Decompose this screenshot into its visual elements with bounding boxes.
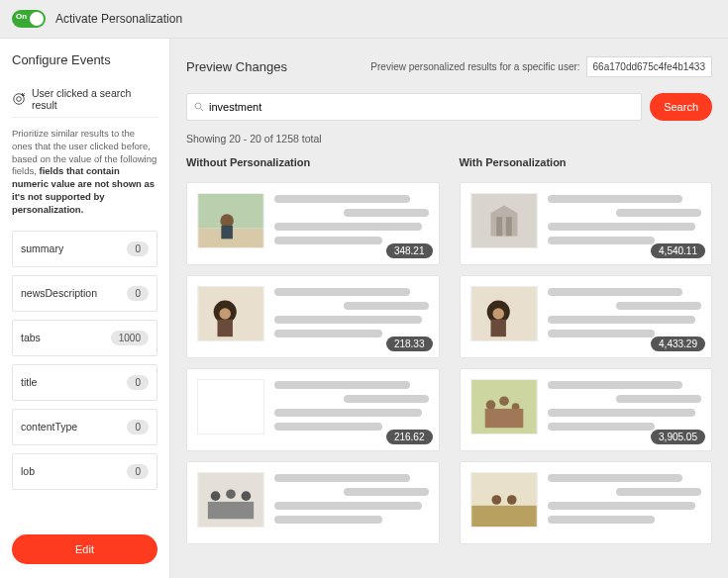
svg-rect-31 bbox=[471, 473, 537, 506]
result-card[interactable] bbox=[460, 461, 713, 544]
sidebar: Configure Events User clicked a search r… bbox=[0, 39, 170, 578]
result-card[interactable]: 4,540.11 bbox=[460, 182, 713, 265]
search-input-wrap[interactable] bbox=[186, 93, 642, 121]
sidebar-description: Prioritize similar results to the ones t… bbox=[12, 128, 157, 217]
score-badge: 3,905.05 bbox=[651, 430, 705, 444]
result-card[interactable]: 218.33 bbox=[186, 275, 440, 358]
field-value-badge: 0 bbox=[127, 375, 149, 390]
result-thumbnail bbox=[197, 472, 264, 528]
field-name: title bbox=[21, 376, 37, 388]
svg-point-2 bbox=[195, 103, 201, 109]
user-preview-label: Preview personalized results for a speci… bbox=[370, 61, 579, 72]
personalization-toggle[interactable]: On bbox=[12, 10, 46, 28]
target-icon bbox=[12, 92, 26, 106]
col-title-with: With Personalization bbox=[460, 156, 713, 174]
column-with: With Personalization 4,540.114,433.293,9… bbox=[460, 156, 713, 560]
svg-point-34 bbox=[506, 495, 516, 505]
field-value-badge: 0 bbox=[127, 241, 149, 256]
result-thumbnail bbox=[197, 193, 264, 248]
result-thumbnail bbox=[470, 472, 538, 528]
svg-point-14 bbox=[211, 491, 221, 501]
result-thumbnail bbox=[470, 193, 538, 248]
result-card[interactable]: 4,433.29 bbox=[460, 275, 713, 358]
topbar-title: Activate Personalization bbox=[55, 12, 182, 26]
result-thumbnail bbox=[470, 379, 538, 434]
field-item-newsDescription[interactable]: newsDescription0 bbox=[12, 275, 157, 312]
score-badge: 348.21 bbox=[386, 243, 433, 258]
field-item-tabs[interactable]: tabs1000 bbox=[12, 320, 157, 356]
field-item-summary[interactable]: summary0 bbox=[12, 231, 157, 267]
toggle-knob bbox=[30, 12, 44, 26]
result-card[interactable]: 3,905.05 bbox=[460, 368, 713, 451]
svg-rect-21 bbox=[505, 217, 511, 236]
search-input[interactable] bbox=[205, 101, 635, 113]
field-value-badge: 0 bbox=[127, 420, 149, 434]
svg-rect-30 bbox=[484, 409, 523, 428]
field-item-lob[interactable]: lob0 bbox=[12, 453, 157, 490]
score-badge: 4,540.11 bbox=[651, 243, 705, 258]
event-trigger-row[interactable]: User clicked a search result bbox=[12, 81, 157, 118]
field-item-title[interactable]: title0 bbox=[12, 364, 157, 401]
result-lines bbox=[548, 472, 702, 533]
content-panel: Preview Changes Preview personalized res… bbox=[170, 39, 728, 578]
svg-point-28 bbox=[499, 396, 509, 406]
field-value-badge: 1000 bbox=[111, 331, 149, 345]
search-icon bbox=[193, 101, 205, 113]
search-button[interactable]: Search bbox=[650, 93, 712, 121]
svg-point-27 bbox=[485, 400, 495, 410]
svg-rect-20 bbox=[496, 217, 502, 236]
svg-rect-17 bbox=[208, 502, 254, 519]
field-name: lob bbox=[21, 465, 35, 477]
field-name: summary bbox=[21, 242, 63, 254]
preview-title: Preview Changes bbox=[186, 59, 287, 74]
result-card[interactable]: 216.62 bbox=[186, 368, 440, 451]
edit-button[interactable]: Edit bbox=[12, 534, 157, 564]
svg-point-6 bbox=[220, 214, 234, 228]
svg-rect-12 bbox=[198, 380, 263, 434]
field-value-badge: 0 bbox=[127, 286, 149, 301]
event-trigger-label: User clicked a search result bbox=[32, 87, 157, 111]
result-thumbnail bbox=[197, 379, 264, 434]
results-count: Showing 20 - 20 of 1258 total bbox=[186, 133, 712, 144]
user-id-box[interactable]: 66a170dd675c4fe4b1433 bbox=[586, 56, 712, 77]
column-without: Without Personalization 348.21218.33216.… bbox=[186, 156, 440, 560]
svg-point-24 bbox=[492, 308, 504, 320]
svg-point-10 bbox=[219, 308, 231, 320]
result-card[interactable] bbox=[186, 461, 440, 544]
toggle-on-label: On bbox=[16, 12, 27, 21]
svg-point-15 bbox=[226, 489, 236, 499]
field-name: newsDescription bbox=[21, 287, 97, 299]
svg-rect-32 bbox=[471, 506, 537, 527]
topbar: On Activate Personalization bbox=[0, 0, 728, 39]
result-thumbnail bbox=[197, 286, 264, 341]
svg-rect-25 bbox=[490, 320, 505, 337]
field-item-contentType[interactable]: contentType0 bbox=[12, 409, 157, 445]
field-name: tabs bbox=[21, 332, 41, 343]
svg-line-3 bbox=[201, 109, 204, 112]
col-title-without: Without Personalization bbox=[186, 156, 440, 174]
result-lines bbox=[274, 472, 429, 533]
score-badge: 216.62 bbox=[386, 430, 433, 444]
svg-point-33 bbox=[491, 495, 501, 505]
field-name: contentType bbox=[21, 421, 77, 433]
sidebar-title: Configure Events bbox=[12, 52, 157, 67]
result-thumbnail bbox=[470, 286, 538, 341]
svg-rect-11 bbox=[218, 320, 233, 337]
svg-point-1 bbox=[17, 97, 22, 102]
field-list: summary0newsDescription0tabs1000title0co… bbox=[12, 231, 157, 521]
svg-point-16 bbox=[242, 491, 252, 501]
score-badge: 218.33 bbox=[386, 337, 433, 351]
field-value-badge: 0 bbox=[127, 464, 149, 479]
svg-rect-7 bbox=[221, 226, 233, 240]
score-badge: 4,433.29 bbox=[651, 337, 705, 351]
result-card[interactable]: 348.21 bbox=[186, 182, 440, 265]
